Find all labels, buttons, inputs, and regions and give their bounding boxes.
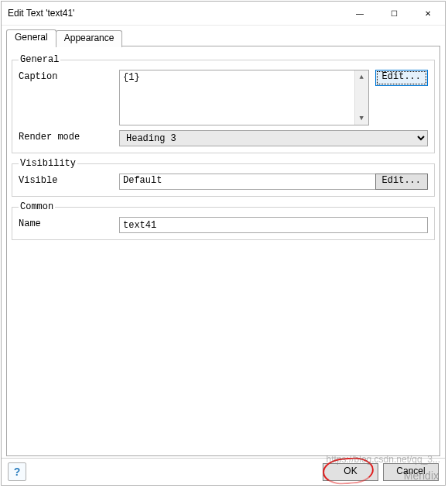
group-general: General Caption {1} ▲ ▼ [12,54,435,153]
name-input[interactable] [119,217,428,233]
scroll-up-icon[interactable]: ▲ [355,70,368,84]
group-visibility: Visibility Visible Default Edit... [12,158,435,197]
ok-button[interactable]: OK [323,463,378,481]
visible-value[interactable]: Default [119,174,376,190]
tab-general[interactable]: General [6,29,56,46]
group-common: Common Name [12,201,435,240]
render-mode-select[interactable]: Heading 3 [119,130,428,146]
caption-textarea[interactable]: {1} ▲ ▼ [119,70,369,125]
tabs-area: General Appearance [2,26,445,46]
group-visibility-legend: Visibility [19,158,77,169]
row-visible: Visible Default Edit... [19,174,428,190]
render-mode-field: Heading 3 [119,130,428,146]
row-caption: Caption {1} ▲ ▼ Edit... [19,70,428,125]
caption-field: {1} ▲ ▼ Edit... [119,70,428,125]
window-controls: — ☐ ✕ [343,2,445,25]
visible-edit-button[interactable]: Edit... [375,174,428,190]
client-area: General Appearance General Caption {1} ▲ [2,26,445,485]
tab-strip: General Appearance [6,29,440,46]
name-field [119,217,428,233]
name-label: Name [19,217,119,229]
help-icon[interactable]: ? [8,462,26,481]
spacer [12,242,435,451]
window-title: Edit Text 'text41' [2,8,343,19]
group-general-legend: General [19,54,60,65]
tab-panel-wrapper: General Caption {1} ▲ ▼ [2,46,445,458]
dialog-window: Edit Text 'text41' — ☐ ✕ General Appeara… [1,1,446,486]
minimize-button[interactable]: — [343,2,377,25]
row-name: Name [19,217,428,233]
row-render-mode: Render mode Heading 3 [19,130,428,146]
caption-label: Caption [19,70,119,82]
maximize-button[interactable]: ☐ [377,2,411,25]
scroll-down-icon[interactable]: ▼ [355,112,368,125]
caption-edit-button[interactable]: Edit... [375,70,428,86]
render-mode-label: Render mode [19,130,119,143]
footer: ? OK Cancel https://blog.csdn.net/qq_3..… [2,458,445,485]
caption-scrollbar[interactable]: ▲ ▼ [354,70,368,125]
visible-field: Default Edit... [119,174,428,190]
titlebar: Edit Text 'text41' — ☐ ✕ [2,2,445,26]
tab-general-panel: General Caption {1} ▲ ▼ [6,46,440,456]
visible-label: Visible [19,174,119,186]
caption-value: {1} [120,70,354,125]
tab-appearance[interactable]: Appearance [56,30,123,47]
cancel-button[interactable]: Cancel [383,463,439,481]
group-common-legend: Common [19,201,55,212]
close-button[interactable]: ✕ [411,2,445,25]
